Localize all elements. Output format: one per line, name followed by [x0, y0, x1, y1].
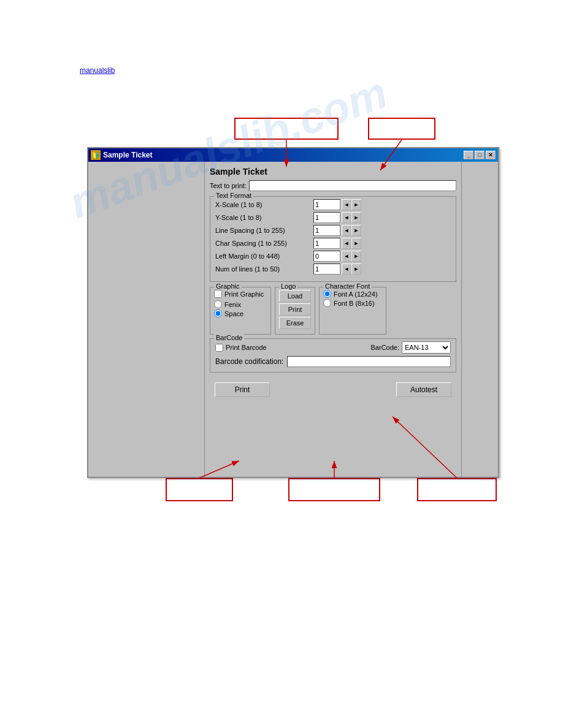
charspacing-input[interactable]: [313, 238, 340, 249]
numlines-input[interactable]: [313, 264, 340, 275]
fenix-radio[interactable]: [214, 300, 222, 308]
right-panel: [461, 162, 498, 477]
xscale-spin-buttons: ◄ ►: [342, 199, 361, 210]
fonta-radio[interactable]: [323, 290, 331, 298]
leftmargin-label: Left Margin (0 to 448): [215, 252, 313, 260]
charspacing-label: Char Spacing (1 to 255): [215, 240, 313, 247]
numlines-inc-button[interactable]: ►: [351, 264, 361, 275]
xscale-dec-button[interactable]: ◄: [342, 199, 351, 210]
logo-group-label: Logo: [279, 282, 297, 290]
character-font-group: Character Font Font A (12x24) Font B (8x…: [319, 287, 386, 335]
character-font-label: Character Font: [323, 282, 372, 290]
leftmargin-spin-buttons: ◄ ►: [342, 251, 361, 262]
space-radio[interactable]: [214, 309, 222, 317]
logo-group: Logo Load Print Erase: [275, 287, 315, 335]
print-barcode-label: Print Barcode: [226, 344, 267, 351]
text-format-group: Text Format X-Scale (1 to 8) ◄ ► Y-Scale…: [210, 196, 456, 282]
linespacing-inc-button[interactable]: ►: [351, 225, 361, 236]
left-panel: [88, 162, 205, 477]
linespacing-spin-buttons: ◄ ►: [342, 225, 361, 236]
barcode-codification-row: Barcode codification:: [215, 356, 451, 367]
fonta-row: Font A (12x24): [323, 290, 382, 298]
space-label: Space: [224, 310, 243, 317]
fontb-radio[interactable]: [323, 299, 331, 307]
window-body: Sample Ticket Text to print: Text Format…: [88, 162, 498, 477]
yscale-spin-buttons: ◄ ►: [342, 212, 361, 223]
linespacing-input[interactable]: [313, 225, 340, 236]
print-graphic-row: Print Graphic: [214, 290, 267, 298]
xscale-inc-button[interactable]: ►: [351, 199, 361, 210]
annotation-box-top-left: [234, 118, 339, 140]
erase-button[interactable]: Erase: [279, 317, 311, 329]
annotation-box-bottom-left: [166, 478, 233, 501]
yscale-dec-button[interactable]: ◄: [342, 212, 351, 223]
barcode-codification-input[interactable]: [287, 356, 451, 367]
text-to-print-label: Text to print:: [210, 182, 247, 189]
xscale-label: X-Scale (1 to 8): [215, 201, 313, 208]
charspacing-dec-button[interactable]: ◄: [342, 238, 351, 249]
top-link[interactable]: manualslib: [80, 66, 115, 75]
load-button[interactable]: Load: [279, 290, 311, 302]
leftmargin-inc-button[interactable]: ►: [351, 251, 361, 262]
fontb-row: Font B (8x16): [323, 299, 382, 307]
section-title: Sample Ticket: [210, 167, 456, 176]
xscale-input[interactable]: [313, 199, 340, 210]
numlines-dec-button[interactable]: ◄: [342, 264, 351, 275]
print-barcode-row: Print Barcode BarCode: EAN-13 EAN-8 CODE…: [215, 341, 451, 354]
barcode-group-label: BarCode: [214, 334, 244, 341]
numlines-spin-buttons: ◄ ►: [342, 264, 361, 275]
yscale-row: Y-Scale (1 to 8) ◄ ►: [215, 212, 451, 223]
print-barcode-checkbox[interactable]: [215, 344, 223, 352]
barcode-select-row: BarCode: EAN-13 EAN-8 CODE39 CODE128 ITF: [270, 341, 451, 354]
linespacing-dec-button[interactable]: ◄: [342, 225, 351, 236]
title-bar: 🔰 Sample Ticket _ □ ✕: [88, 148, 498, 162]
autotest-button[interactable]: Autotest: [396, 382, 451, 397]
title-bar-buttons: _ □ ✕: [464, 151, 496, 159]
barcode-label: BarCode:: [371, 344, 399, 351]
fenix-label: Fenix: [224, 301, 241, 308]
print-logo-button[interactable]: Print: [279, 303, 311, 316]
print-graphic-checkbox[interactable]: [214, 290, 222, 298]
fenix-radio-row: Fenix: [214, 300, 267, 308]
text-to-print-row: Text to print:: [210, 180, 456, 191]
linespacing-label: Line Spacing (1 to 255): [215, 227, 313, 234]
print-barcode-checkbox-row: Print Barcode: [215, 344, 270, 352]
charspacing-spin-buttons: ◄ ►: [342, 238, 361, 249]
close-button[interactable]: ✕: [486, 151, 496, 159]
fontb-label: Font B (8x16): [334, 300, 375, 307]
space-radio-row: Space: [214, 309, 267, 317]
text-format-label: Text Format: [214, 192, 253, 199]
annotation-box-bottom-right: [417, 478, 497, 501]
text-to-print-input[interactable]: [249, 180, 456, 191]
barcode-codification-label: Barcode codification:: [215, 357, 283, 366]
window-title: Sample Ticket: [103, 151, 152, 159]
leftmargin-dec-button[interactable]: ◄: [342, 251, 351, 262]
leftmargin-input[interactable]: [313, 251, 340, 262]
yscale-input[interactable]: [313, 212, 340, 223]
numlines-row: Num of lines (1 to 50) ◄ ►: [215, 264, 451, 275]
leftmargin-row: Left Margin (0 to 448) ◄ ►: [215, 251, 451, 262]
annotation-box-bottom-center: [288, 478, 380, 501]
app-window: 🔰 Sample Ticket _ □ ✕ Sample Ticket Text…: [87, 147, 499, 478]
yscale-inc-button[interactable]: ►: [351, 212, 361, 223]
maximize-button[interactable]: □: [475, 151, 484, 159]
graphic-group: Graphic Print Graphic Fenix Space: [210, 287, 271, 335]
annotation-box-top-right: [368, 118, 435, 140]
barcode-group: BarCode Print Barcode BarCode: EAN-13 EA…: [210, 338, 456, 373]
barcode-select[interactable]: EAN-13 EAN-8 CODE39 CODE128 ITF: [402, 341, 451, 354]
charspacing-row: Char Spacing (1 to 255) ◄ ►: [215, 238, 451, 249]
bottom-buttons: Print Autotest: [210, 377, 456, 402]
main-content: Sample Ticket Text to print: Text Format…: [205, 162, 461, 477]
print-graphic-label: Print Graphic: [224, 290, 264, 298]
minimize-button[interactable]: _: [464, 151, 473, 159]
linespacing-row: Line Spacing (1 to 255) ◄ ►: [215, 225, 451, 236]
charspacing-inc-button[interactable]: ►: [351, 238, 361, 249]
xscale-row: X-Scale (1 to 8) ◄ ►: [215, 199, 451, 210]
yscale-label: Y-Scale (1 to 8): [215, 214, 313, 221]
numlines-label: Num of lines (1 to 50): [215, 265, 313, 273]
lower-section: Graphic Print Graphic Fenix Space: [210, 287, 456, 335]
print-button[interactable]: Print: [215, 382, 270, 397]
fonta-label: Font A (12x24): [334, 290, 378, 298]
graphic-group-label: Graphic: [214, 282, 242, 290]
app-icon: 🔰: [91, 150, 101, 160]
